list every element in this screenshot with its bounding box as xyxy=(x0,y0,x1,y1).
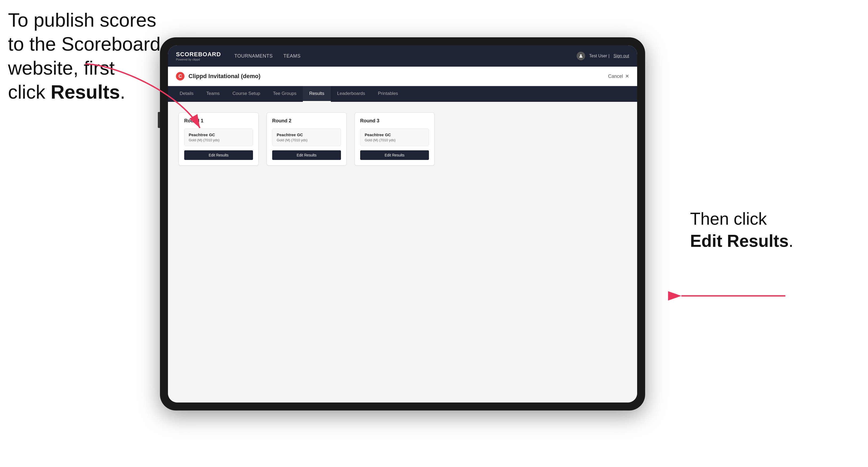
sign-out-link[interactable]: Sign out xyxy=(613,54,629,58)
round-3-course-name: Peachtree GC xyxy=(365,132,425,137)
instruction-line3: website, first xyxy=(8,57,115,79)
tab-details[interactable]: Details xyxy=(173,86,200,102)
round-1-course-card: Peachtree GC Gold (M) (7010 yds) xyxy=(184,128,253,146)
tablet-screen: SCOREBOARD Powered by clippd TOURNAMENTS… xyxy=(168,45,637,403)
cancel-button[interactable]: Cancel ✕ xyxy=(608,73,629,79)
tournament-title-row: C Clippd Invitational (demo) xyxy=(176,72,260,81)
tab-leaderboards[interactable]: Leaderboards xyxy=(331,86,372,102)
user-name: Test User | xyxy=(589,54,610,58)
edit-results-button-1[interactable]: Edit Results xyxy=(184,150,253,160)
round-2-course-details: Gold (M) (7010 yds) xyxy=(277,138,336,142)
instruction-line1: To publish scores xyxy=(8,9,156,31)
tab-course-setup[interactable]: Course Setup xyxy=(226,86,267,102)
tab-bar: Details Teams Course Setup Tee Groups Re… xyxy=(168,86,637,102)
tournament-name: Clippd Invitational (demo) xyxy=(188,73,260,80)
instruction-edit-results-bold: Edit Results xyxy=(690,231,788,251)
user-avatar xyxy=(577,52,585,60)
instruction-line2: to the Scoreboard xyxy=(8,33,160,55)
instruction-left: To publish scores to the Scoreboard webs… xyxy=(8,8,160,104)
instruction-right-line1: Then click xyxy=(690,209,767,228)
instruction-right: Then click Edit Results. xyxy=(690,208,793,252)
logo-text: SCOREBOARD xyxy=(176,51,221,58)
round-2-title: Round 2 xyxy=(272,118,341,124)
nav-links: TOURNAMENTS TEAMS xyxy=(234,53,577,59)
instruction-results-bold: Results xyxy=(51,81,120,103)
round-3-course-details: Gold (M) (7010 yds) xyxy=(365,138,425,142)
round-2-course-name: Peachtree GC xyxy=(277,132,336,137)
close-icon: ✕ xyxy=(625,73,629,79)
round-2-course-card: Peachtree GC Gold (M) (7010 yds) xyxy=(272,128,341,146)
tablet-device: SCOREBOARD Powered by clippd TOURNAMENTS… xyxy=(160,37,645,410)
round-1-course-name: Peachtree GC xyxy=(189,132,248,137)
tab-teams[interactable]: Teams xyxy=(200,86,226,102)
round-3-title: Round 3 xyxy=(360,118,429,124)
clippd-icon: C xyxy=(176,72,184,81)
arrow-to-edit-results xyxy=(665,272,799,320)
instruction-line4-prefix: click xyxy=(8,81,51,103)
edit-results-button-3[interactable]: Edit Results xyxy=(360,150,429,160)
main-content: Round 1 Peachtree GC Gold (M) (7010 yds)… xyxy=(168,102,637,403)
nav-teams[interactable]: TEAMS xyxy=(283,53,301,59)
nav-right: Test User | Sign out xyxy=(577,52,629,60)
logo-area: SCOREBOARD Powered by clippd xyxy=(176,51,221,61)
tablet-side-button xyxy=(158,112,160,128)
tab-printables[interactable]: Printables xyxy=(372,86,405,102)
tournament-header: C Clippd Invitational (demo) Cancel ✕ xyxy=(168,67,637,86)
nav-tournaments[interactable]: TOURNAMENTS xyxy=(234,53,273,59)
tab-results[interactable]: Results xyxy=(303,86,331,102)
round-2-card: Round 2 Peachtree GC Gold (M) (7010 yds)… xyxy=(267,113,347,165)
round-1-title: Round 1 xyxy=(184,118,253,124)
round-3-card: Round 3 Peachtree GC Gold (M) (7010 yds)… xyxy=(354,113,435,165)
round-3-course-card: Peachtree GC Gold (M) (7010 yds) xyxy=(360,128,429,146)
logo-sub: Powered by clippd xyxy=(176,58,221,61)
rounds-grid: Round 1 Peachtree GC Gold (M) (7010 yds)… xyxy=(179,113,626,165)
svg-point-0 xyxy=(580,54,582,56)
tab-tee-groups[interactable]: Tee Groups xyxy=(267,86,303,102)
top-navigation: SCOREBOARD Powered by clippd TOURNAMENTS… xyxy=(168,45,637,67)
round-1-course-details: Gold (M) (7010 yds) xyxy=(189,138,248,142)
round-1-card: Round 1 Peachtree GC Gold (M) (7010 yds)… xyxy=(179,113,258,165)
edit-results-button-2[interactable]: Edit Results xyxy=(272,150,341,160)
